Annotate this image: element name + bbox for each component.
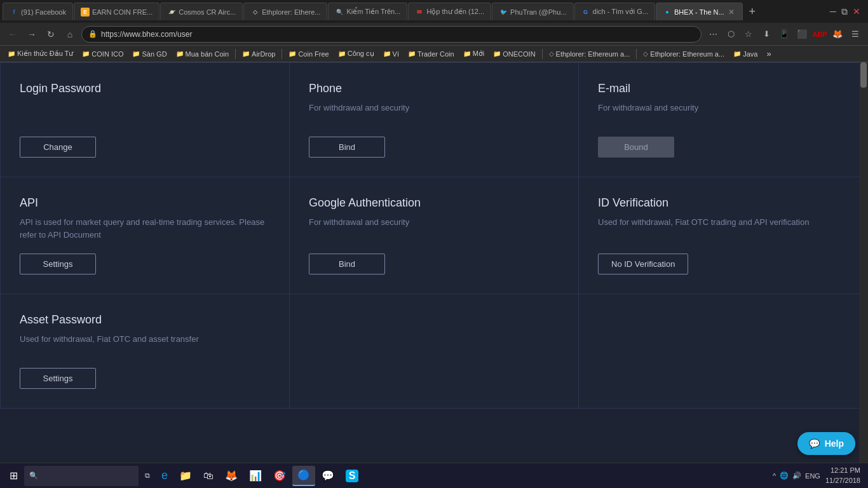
bookmark-folder-icon: 📁 — [242, 50, 250, 57]
bind-google-auth-button[interactable]: Bind — [309, 254, 385, 274]
home-button[interactable]: ⌂ — [62, 27, 78, 42]
asset-password-title: Asset Password — [20, 313, 270, 327]
tab-facebook[interactable]: f (91) Facebook — [3, 3, 73, 20]
tab-favicon-bhex: ● — [663, 8, 672, 17]
refresh-button[interactable]: ↻ — [43, 27, 58, 42]
api-title: API — [20, 196, 270, 210]
more-tools-button[interactable]: ⋯ — [705, 27, 721, 42]
minimize-button[interactable]: ─ — [830, 6, 836, 17]
login-password-title: Login Password — [20, 82, 270, 95]
restore-button[interactable]: ⧉ — [841, 6, 848, 17]
taskbar-store[interactable]: 🛍 — [198, 466, 219, 486]
no-id-verification-button[interactable]: No ID Verification — [598, 254, 688, 274]
address-text: https://www.bhex.com/user — [101, 30, 192, 39]
search-bar[interactable]: 🔍 — [24, 466, 139, 486]
taskbar-right: ^ 🌐 🔊 ENG 12:21 PM 11/27/2018 — [773, 466, 864, 485]
download-button[interactable]: ⬇ — [759, 27, 774, 42]
bookmark-folder-icon: 📁 — [176, 50, 184, 57]
ie-icon: e — [161, 469, 168, 482]
bookmark-ethplorer2[interactable]: ◇ Ethplorer: Ethereum a... — [639, 49, 728, 59]
tab-favicon-kiemtien: 🔍 — [335, 8, 344, 17]
close-button[interactable]: ✕ — [853, 6, 860, 17]
network-icon[interactable]: 🌐 — [780, 471, 789, 480]
address-bar[interactable]: 🔒 https://www.bhex.com/user — [81, 26, 702, 43]
change-password-button[interactable]: Change — [20, 137, 96, 158]
bookmark-tradercoin[interactable]: 📁 Trader Coin — [404, 49, 458, 59]
bookmarks-bar: 📁 Kiến thức Đầu Tư 📁 COIN ICO 📁 Sàn GD 📁… — [0, 46, 868, 62]
more-bookmarks-button[interactable]: » — [763, 48, 775, 60]
bookmark-folder-icon: 📁 — [338, 50, 346, 57]
tab-bhex[interactable]: ● BHEX - The N... ✕ — [656, 3, 743, 20]
bookmark-congcu[interactable]: 📁 Công cụ — [334, 48, 378, 59]
taskbar-excel[interactable]: 📊 — [244, 466, 267, 486]
bookmark-ethplorer2-icon: ◇ — [643, 50, 648, 57]
bookmark-ethplorer1[interactable]: ◇ Ethplorer: Ethereum a... — [545, 49, 634, 59]
help-button[interactable]: 💬 Help — [797, 432, 855, 455]
email-desc: For withdrawal and security — [598, 102, 848, 124]
bookmark-moi[interactable]: 📁 Mới — [459, 48, 489, 59]
tab-ethplorer1[interactable]: ◇ Ethplorer: Ethere... — [243, 3, 327, 20]
taskbar-explorer[interactable]: 📁 — [174, 466, 197, 486]
phone-title: Phone — [309, 82, 559, 95]
help-chat-icon: 💬 — [809, 438, 820, 449]
language-indicator[interactable]: ENG — [805, 472, 820, 480]
adblock-button[interactable]: ABP — [812, 27, 827, 42]
task-view-button[interactable]: ⧉ — [140, 466, 155, 486]
extension-button[interactable]: 🦊 — [830, 27, 845, 42]
taskbar-clock[interactable]: 12:21 PM 11/27/2018 — [825, 466, 860, 485]
bookmark-muabancoin[interactable]: 📁 Mua bán Coin — [172, 49, 233, 59]
pocket-button[interactable]: ⬡ — [723, 27, 738, 42]
back-button[interactable]: ← — [5, 27, 20, 42]
bind-phone-button[interactable]: Bind — [309, 137, 385, 158]
bookmark-coinico[interactable]: 📁 COIN ICO — [78, 49, 127, 59]
tab-twitter[interactable]: 🐦 PhuTran (@Phu... — [492, 3, 573, 20]
excel-icon: 📊 — [249, 470, 262, 482]
bookmark-java[interactable]: 📁 Java — [729, 49, 761, 59]
show-hidden-icon[interactable]: ^ — [773, 472, 776, 480]
taskbar-skype[interactable]: S — [341, 466, 363, 486]
bookmark-button[interactable]: ☆ — [741, 27, 756, 42]
taskbar-special[interactable]: 🎯 — [268, 466, 291, 486]
special-icon: 🎯 — [273, 470, 286, 482]
google-auth-desc: For withdrawal and security — [309, 216, 559, 241]
lock-icon: 🔒 — [88, 30, 97, 38]
taskbar-chrome[interactable]: 🔵 — [292, 466, 315, 486]
scrollbar[interactable] — [859, 62, 868, 463]
bookmark-airdrop[interactable]: 📁 AirDrop — [238, 49, 279, 59]
asset-password-cell: Asset Password Used for withdrawal, Fiat… — [1, 294, 290, 409]
bookmark-coinfree[interactable]: 📁 Coin Free — [285, 49, 332, 59]
bookmark-onecoin[interactable]: 📁 ONECOIN — [489, 49, 539, 59]
volume-icon[interactable]: 🔊 — [792, 471, 801, 480]
asset-settings-button[interactable]: Settings — [20, 368, 96, 389]
new-tab-button[interactable]: + — [743, 3, 761, 20]
system-tray: ^ 🌐 🔊 ENG — [773, 471, 820, 480]
bound-email-button[interactable]: Bound — [598, 137, 674, 158]
bookmark-vi[interactable]: 📁 Ví — [379, 49, 403, 59]
api-settings-button[interactable]: Settings — [20, 254, 96, 274]
scrollbar-thumb[interactable] — [860, 62, 867, 88]
bookmark-kienthucdautu[interactable]: 📁 Kiến thức Đầu Tư — [4, 48, 77, 59]
tab-cosmos[interactable]: 🪐 Cosmos CR Airc... — [160, 3, 243, 20]
tab-kiemtien[interactable]: 🔍 Kiểm Tiền Trên... — [328, 3, 407, 20]
api-desc: API is used for market query and real-ti… — [20, 216, 270, 241]
bookmark-ethplorer-icon: ◇ — [549, 50, 554, 57]
taskbar-firefox[interactable]: 🦊 — [220, 466, 243, 486]
empty-cell-2 — [579, 294, 868, 409]
forward-button[interactable]: → — [24, 27, 39, 42]
bookmark-sangd[interactable]: 📁 Sàn GD — [128, 49, 170, 59]
tab-gmail[interactable]: ✉ Hộp thư đến (12... — [408, 3, 491, 20]
containers-button[interactable]: ⬛ — [794, 27, 810, 42]
window-controls: ─ ⧉ ✕ — [830, 6, 865, 17]
synced-tabs-button[interactable]: 📱 — [776, 27, 792, 42]
menu-button[interactable]: ☰ — [848, 27, 863, 42]
bookmark-folder-icon: 📁 — [8, 50, 15, 57]
start-button[interactable]: ⊞ — [4, 466, 23, 485]
taskbar-ie[interactable]: e — [156, 466, 173, 486]
tab-close-bhex[interactable]: ✕ — [727, 8, 736, 17]
chrome-icon: 🔵 — [297, 469, 310, 481]
tab-dich[interactable]: G dich - Tìm với G... — [574, 3, 655, 20]
taskbar-teams[interactable]: 💬 — [316, 466, 339, 486]
tab-favicon-dich: G — [581, 8, 590, 17]
tab-earncoin[interactable]: E EARN COIN FRE... — [74, 3, 159, 20]
email-cell: E-mail For withdrawal and security Bound — [579, 63, 868, 177]
